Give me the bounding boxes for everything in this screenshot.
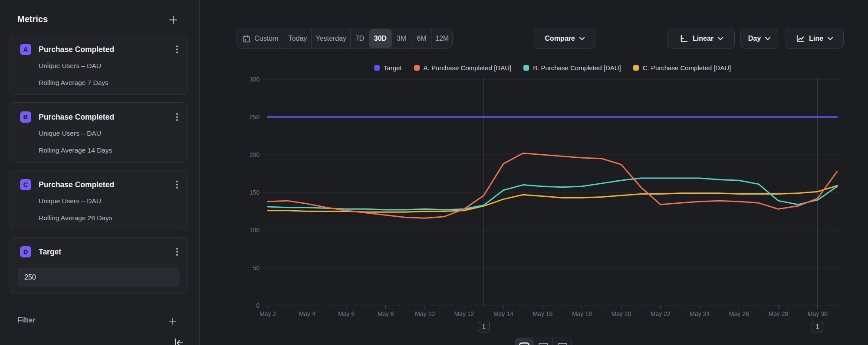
legend-swatch-a xyxy=(414,65,420,71)
metric-badge-c: C xyxy=(20,179,31,190)
plus-icon xyxy=(168,15,178,25)
range-3m[interactable]: 3M xyxy=(391,29,411,48)
legend-item-c[interactable]: C. Purchase Completed [DAU] xyxy=(633,64,731,72)
axis-scale-icon xyxy=(679,35,688,43)
chevron-down-icon xyxy=(718,37,723,40)
chevron-down-icon xyxy=(828,37,833,40)
range-6m[interactable]: 6M xyxy=(411,29,431,48)
chart-panel: Custom Today Yesterday 7D 30D 3M 6M 12M … xyxy=(200,0,868,345)
range-yesterday[interactable]: Yesterday xyxy=(311,29,350,48)
collapse-sidebar-button[interactable] xyxy=(173,337,184,345)
chart-view-icon xyxy=(519,342,529,345)
metrics-sidebar: Metrics A Purchase Completed Unique User… xyxy=(0,0,200,345)
add-filter-button[interactable] xyxy=(168,317,177,327)
metric-badge-b: B xyxy=(20,111,31,123)
view-table-toggle[interactable] xyxy=(534,338,553,345)
target-value-input[interactable] xyxy=(18,268,180,286)
kebab-menu-icon[interactable] xyxy=(174,247,180,257)
metric-rolling-avg: Rolling Average 14 Days xyxy=(39,146,112,154)
legend-swatch-b xyxy=(523,65,529,71)
metric-rolling-avg: Rolling Average 28 Days xyxy=(39,214,112,222)
range-custom[interactable]: Custom xyxy=(237,29,284,48)
metric-measure: Unique Users – DAU xyxy=(39,62,101,70)
metric-title: Purchase Completed xyxy=(39,111,114,123)
metric-card-b[interactable]: B Purchase Completed Unique Users – DAU … xyxy=(10,102,187,163)
add-metric-button[interactable] xyxy=(168,15,178,26)
range-7d[interactable]: 7D xyxy=(350,29,369,48)
metric-badge-d: D xyxy=(20,246,31,257)
metric-measure: Unique Users – DAU xyxy=(39,130,101,137)
metric-card-a[interactable]: A Purchase Completed Unique Users – DAU … xyxy=(10,35,187,95)
legend-item-target[interactable]: Target xyxy=(374,64,402,72)
view-notes-toggle[interactable] xyxy=(552,338,572,345)
metric-rolling-avg: Rolling Average 7 Days xyxy=(39,79,108,87)
calendar-icon xyxy=(242,35,250,43)
target-title: Target xyxy=(39,246,61,257)
metric-measure: Unique Users – DAU xyxy=(39,197,101,205)
view-toggle-control xyxy=(515,338,572,345)
metric-title: Purchase Completed xyxy=(39,44,114,55)
filter-header: Filter xyxy=(17,316,36,325)
granularity-button[interactable]: Day xyxy=(740,29,778,49)
kebab-menu-icon[interactable] xyxy=(174,179,180,190)
plus-icon xyxy=(168,317,177,325)
target-card[interactable]: D Target xyxy=(10,237,187,293)
metric-card-c[interactable]: C Purchase Completed Unique Users – DAU … xyxy=(10,170,187,230)
metric-badge-a: A xyxy=(20,44,31,55)
view-chart-toggle[interactable] xyxy=(515,338,534,345)
panel-view-icon xyxy=(557,342,568,345)
kebab-menu-icon[interactable] xyxy=(174,44,180,55)
range-today[interactable]: Today xyxy=(284,29,312,48)
annotation-badge[interactable]: 1 xyxy=(812,321,823,332)
annotation-badge[interactable]: 1 xyxy=(478,321,490,332)
range-label: Custom xyxy=(254,35,278,42)
scale-button[interactable]: Linear xyxy=(667,29,735,49)
chart-legend: Target A. Purchase Completed [DAU] B. Pu… xyxy=(268,64,837,72)
date-range-control: Custom Today Yesterday 7D 30D 3M 6M 12M xyxy=(237,29,453,49)
legend-item-a[interactable]: A. Purchase Completed [DAU] xyxy=(414,64,512,72)
metrics-header: Metrics xyxy=(17,14,48,24)
metric-title: Purchase Completed xyxy=(39,179,114,190)
legend-item-b[interactable]: B. Purchase Completed [DAU] xyxy=(523,64,621,72)
collapse-left-icon xyxy=(173,337,184,345)
chart-type-button[interactable]: Line xyxy=(785,29,844,49)
sidebar-divider xyxy=(0,331,200,331)
range-12m[interactable]: 12M xyxy=(431,29,452,48)
table-view-icon xyxy=(538,342,549,345)
line-chart-icon xyxy=(796,35,805,43)
kebab-menu-icon[interactable] xyxy=(174,112,180,122)
compare-button[interactable]: Compare xyxy=(534,29,595,49)
chevron-down-icon xyxy=(765,37,770,40)
legend-swatch-c xyxy=(633,65,639,71)
chevron-down-icon xyxy=(579,37,585,40)
legend-swatch-target xyxy=(374,65,380,71)
range-30d[interactable]: 30D xyxy=(369,29,391,48)
